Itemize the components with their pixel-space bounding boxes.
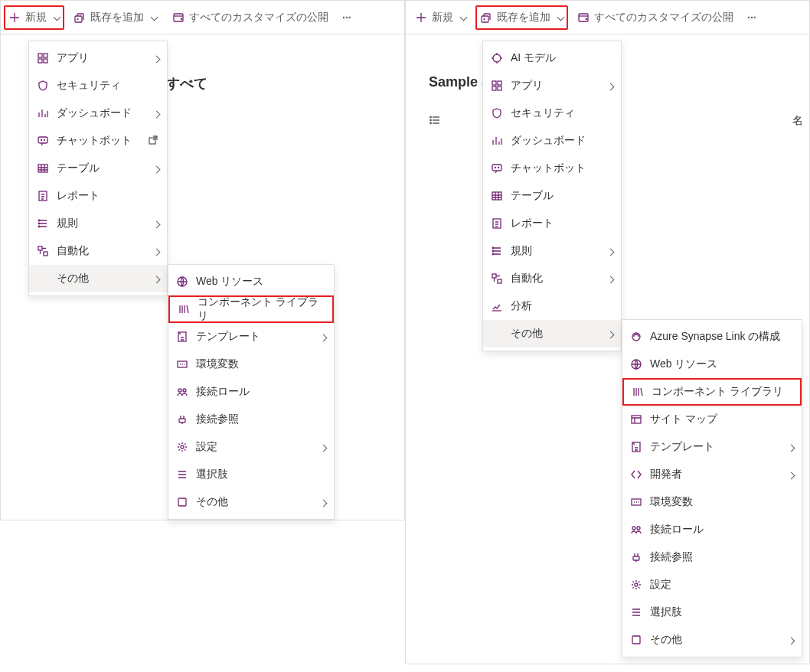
menu-item-label: ダッシュボード [57, 106, 132, 120]
menu-item-other[interactable]: その他 [168, 488, 334, 516]
menu-item-table[interactable]: テーブル [29, 155, 167, 182]
list-icon[interactable] [429, 114, 441, 126]
menu-item-report[interactable]: レポート [29, 182, 167, 210]
menu-item-chatbot[interactable]: チャットボット [483, 155, 621, 182]
menu-item-table[interactable]: テーブル [483, 182, 621, 210]
chevron-right-icon [154, 245, 159, 257]
menu-item-template[interactable]: テンプレート [622, 433, 802, 461]
choice-icon [176, 468, 188, 481]
svg-point-27 [430, 116, 432, 118]
chevron-right-icon [608, 80, 613, 92]
menu-item-label: テーブル [511, 189, 554, 203]
menu-item-report[interactable]: レポート [483, 210, 621, 237]
menu-item-setting[interactable]: 設定 [168, 433, 334, 461]
svg-point-50 [632, 527, 635, 530]
menu-item-dashboard[interactable]: ダッシュボード [483, 127, 621, 155]
menu-item-choice[interactable]: 選択肢 [168, 461, 334, 488]
svg-rect-6 [38, 137, 47, 143]
menu-item-other[interactable]: その他 [622, 626, 802, 654]
more-button[interactable]: ··· [338, 11, 356, 24]
svg-rect-33 [492, 86, 496, 90]
new-button[interactable]: 新規 [409, 5, 472, 30]
menu-item-other[interactable]: その他 [29, 265, 167, 292]
chevron-down-icon [458, 11, 466, 24]
menu-item-webres[interactable]: Web リソース [622, 351, 802, 378]
menu-item-connref[interactable]: 接続参照 [622, 543, 802, 571]
menu-item-label: テーブル [57, 161, 100, 175]
menu-item-setting[interactable]: 設定 [622, 571, 802, 599]
menu-item-label: 接続参照 [196, 413, 239, 426]
menu-item-label: レポート [511, 217, 554, 230]
publish-icon [172, 11, 185, 24]
menu-item-label: セキュリティ [511, 106, 575, 120]
table-icon [491, 190, 503, 202]
bg-all-label: すべて [166, 74, 207, 93]
menu-item-envvar[interactable]: 環境変数 [622, 488, 802, 516]
add-existing-button[interactable]: 既存を追加 [67, 5, 163, 30]
menu-item-complib[interactable]: コンポーネント ライブラリ [168, 295, 334, 323]
svg-rect-2 [38, 54, 42, 57]
menu-item-security[interactable]: セキュリティ [29, 72, 167, 99]
column-header-name: 名 [792, 114, 803, 128]
menu-item-webres[interactable]: Web リソース [168, 268, 334, 295]
menu-item-label: Web リソース [650, 357, 717, 371]
menu-item-envvar[interactable]: 環境変数 [168, 351, 334, 378]
web-icon [176, 276, 188, 288]
menu-item-label: 自動化 [511, 272, 543, 285]
menu-item-security[interactable]: セキュリティ [483, 99, 621, 127]
svg-rect-31 [492, 81, 496, 85]
menu-item-label: 規則 [57, 217, 78, 230]
new-other-submenu: Web リソースコンポーネント ライブラリテンプレート環境変数接続ロール接続参照… [168, 264, 335, 520]
menu-item-label: アプリ [511, 79, 543, 93]
publish-all-button[interactable]: すべてのカスタマイズの公開 [571, 5, 740, 30]
menu-item-rule[interactable]: 規則 [29, 210, 167, 237]
menu-item-analytics[interactable]: 分析 [483, 292, 621, 320]
menu-item-connrole[interactable]: 接続ロール [622, 516, 802, 543]
publish-all-button[interactable]: すべてのカスタマイズの公開 [166, 5, 335, 30]
more-button[interactable]: ··· [743, 11, 761, 24]
menu-item-aimodel[interactable]: AI モデル [483, 44, 621, 72]
menu-item-choice[interactable]: 選択肢 [622, 599, 802, 626]
menu-item-label: サイト マップ [650, 413, 717, 426]
menu-item-auto[interactable]: 自動化 [483, 265, 621, 292]
menu-item-rule[interactable]: 規則 [483, 237, 621, 265]
shield-icon [37, 80, 49, 92]
publish-all-label: すべてのカスタマイズの公開 [189, 11, 328, 24]
add-existing-button[interactable]: 既存を追加 [475, 5, 568, 30]
svg-point-36 [495, 168, 496, 168]
menu-item-sitemap[interactable]: サイト マップ [622, 406, 802, 433]
chevron-right-icon [321, 496, 326, 508]
menu-item-label: 選択肢 [650, 605, 682, 619]
menu-item-connref[interactable]: 接続参照 [168, 406, 334, 433]
menu-item-app[interactable]: アプリ [483, 72, 621, 99]
chevron-right-icon [321, 331, 326, 343]
svg-point-23 [181, 445, 184, 449]
menu-item-connrole[interactable]: 接続ロール [168, 378, 334, 406]
analytics-icon [491, 300, 503, 312]
svg-point-42 [492, 253, 494, 255]
menu-item-synapse[interactable]: Azure Synapse Link の構成 [622, 323, 802, 351]
menu-item-label: チャットボット [57, 134, 132, 148]
svg-rect-3 [44, 54, 47, 57]
new-button[interactable]: 新規 [4, 5, 64, 30]
menu-item-label: その他 [196, 495, 228, 509]
add-existing-menu: AI モデルアプリセキュリティダッシュボードチャットボットテーブルレポート規則自… [482, 41, 622, 351]
menu-item-dashboard[interactable]: ダッシュボード [29, 99, 167, 127]
menu-item-template[interactable]: テンプレート [168, 323, 334, 351]
rule-icon [37, 217, 49, 230]
menu-item-auto[interactable]: 自動化 [29, 237, 167, 265]
right-panel: 新規 既存を追加 すべてのカスタマイズの公開 ··· Sample S 名 AI… [405, 0, 810, 664]
menu-item-other[interactable]: その他 [483, 320, 621, 347]
menu-item-label: Web リソース [196, 275, 263, 289]
automation-icon [37, 245, 49, 257]
chevron-right-icon [154, 52, 159, 64]
chevron-right-icon [608, 328, 613, 340]
app-icon [37, 52, 49, 64]
menu-item-complib[interactable]: コンポーネント ライブラリ [622, 378, 802, 406]
svg-point-41 [492, 250, 494, 252]
template-icon [630, 441, 642, 453]
menu-item-chatbot[interactable]: チャットボット [29, 127, 167, 155]
menu-item-app[interactable]: アプリ [29, 44, 167, 72]
svg-rect-16 [44, 252, 47, 256]
menu-item-dev[interactable]: 開発者 [622, 461, 802, 488]
